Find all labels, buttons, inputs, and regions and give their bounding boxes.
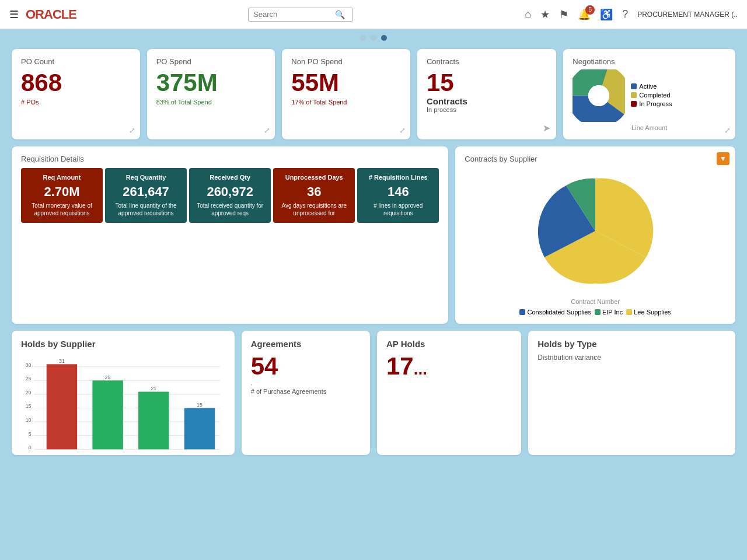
legend-completed: Completed [631, 92, 672, 99]
req-lines-cell: # Requisition Lines 146 # lines in appro… [357, 168, 439, 223]
home-icon[interactable]: ⌂ [525, 8, 531, 20]
bar-4-label: 15 [197, 402, 203, 408]
header-center: 🔍 [76, 8, 525, 22]
consolidated-label: Consolidated Supplies [527, 309, 591, 316]
bar-1-label: 31 [59, 358, 65, 364]
bar-2 [92, 380, 123, 449]
notifications-icon[interactable]: 🔔 5 [578, 8, 591, 21]
non-po-spend-card: Non PO Spend 55M 17% of Total Spend ⤢ [282, 49, 410, 139]
consolidated-dot [519, 309, 525, 315]
dots-navigation [0, 29, 747, 43]
agreements-subtitle: # of Purchase Agreements [251, 388, 361, 395]
holds-bar-svg: 0 5 10 15 20 25 30 3 [21, 354, 225, 459]
lee-label: Lee Supplies [634, 309, 671, 316]
requisition-title: Requisition Details [21, 155, 439, 163]
accessibility-icon[interactable]: ♿ [600, 8, 613, 21]
expand-icon-4[interactable]: ⤢ [724, 126, 731, 135]
po-spend-subtitle: 83% of Total Spend [156, 99, 266, 106]
agreements-card: Agreements 54 · # of Purchase Agreements [242, 331, 370, 455]
contracts-pie-svg [531, 173, 659, 289]
help-icon[interactable]: ? [622, 8, 628, 20]
unprocessed-days-value: 36 [278, 184, 350, 200]
legend-active: Active [631, 83, 672, 90]
contracts-value: 15 [427, 69, 547, 96]
arrow-icon[interactable]: ➤ [543, 123, 550, 134]
po-count-value: 868 [21, 69, 131, 96]
notification-badge: 5 [585, 5, 595, 15]
req-quantity-value: 261,647 [110, 184, 182, 200]
req-amount-desc: Total monetary value of approved requisi… [26, 202, 98, 217]
lee-dot [626, 309, 632, 315]
y-label-10: 10 [26, 417, 32, 423]
dashboard: PO Count 868 # POs ⤢ PO Spend 375M 83% o… [0, 43, 747, 461]
ap-holds-card: AP Holds 17... [377, 331, 521, 455]
completed-label: Completed [639, 92, 670, 99]
non-po-spend-subtitle: 17% of Total Spend [291, 99, 401, 106]
search-icon[interactable]: 🔍 [335, 10, 345, 19]
eip-dot [595, 309, 601, 315]
unprocessed-days-desc: Avg days requisitions are unprocessed fo… [278, 202, 350, 217]
favorites-icon[interactable]: ★ [540, 8, 550, 21]
po-count-subtitle: # POs [21, 99, 131, 106]
received-qty-header: Received Qty [194, 174, 266, 181]
req-quantity-header: Req Quantity [110, 174, 182, 181]
contracts-sub: In process [427, 106, 547, 113]
contracts-label: Contracts [427, 96, 547, 106]
y-label-30: 30 [26, 362, 32, 368]
received-qty-value: 260,972 [194, 184, 266, 200]
requisition-card: Requisition Details Req Amount 2.70M Tot… [12, 146, 448, 324]
non-po-spend-value: 55M [291, 69, 401, 96]
header-icons: ⌂ ★ ⚑ 🔔 5 ♿ ? PROCUREMENT MANAGER (.. [525, 8, 738, 21]
dot-3[interactable] [381, 35, 387, 41]
active-label: Active [639, 83, 657, 90]
unprocessed-days-header: Unprocessed Days [278, 174, 350, 181]
holds-by-type-card: Holds by Type Distribution variance [528, 331, 735, 455]
negotiations-chart-area: Active Completed In Progress [573, 69, 726, 122]
po-spend-card: PO Spend 375M 83% of Total Spend ⤢ [147, 49, 275, 139]
po-count-card: PO Count 868 # POs ⤢ [12, 49, 140, 139]
dot-2[interactable] [371, 35, 376, 41]
req-amount-value: 2.70M [26, 184, 98, 200]
expand-icon-3[interactable]: ⤢ [399, 126, 406, 135]
po-count-title: PO Count [21, 57, 131, 66]
req-quantity-desc: Total line quantity of the approved requ… [110, 202, 182, 217]
bar-3 [138, 392, 169, 450]
req-lines-header: # Requisition Lines [362, 174, 434, 181]
contracts-by-supplier-card: Contracts by Supplier ▼ Contract Number [455, 146, 735, 324]
header: ☰ ORACLE 🔍 ⌂ ★ ⚑ 🔔 5 ♿ ? PROCUREMENT MAN… [0, 0, 747, 29]
expand-icon[interactable]: ⤢ [129, 126, 135, 135]
po-spend-title: PO Spend [156, 57, 266, 66]
eip-legend: EIP Inc [595, 309, 623, 316]
bar-2-label: 25 [105, 374, 111, 380]
completed-dot [631, 92, 637, 98]
user-label[interactable]: PROCUREMENT MANAGER (.. [637, 10, 738, 19]
expand-icon-2[interactable]: ⤢ [264, 126, 270, 135]
contracts-card: Contracts 15 Contracts In process ➤ [417, 49, 556, 139]
eip-label: EIP Inc [602, 309, 623, 316]
req-amount-cell: Req Amount 2.70M Total monetary value of… [21, 168, 103, 223]
y-label-0: 0 [29, 444, 32, 450]
menu-icon[interactable]: ☰ [9, 8, 19, 21]
search-input[interactable] [253, 10, 335, 19]
ap-holds-title: AP Holds [386, 339, 512, 349]
kpi-row: PO Count 868 # POs ⤢ PO Spend 375M 83% o… [12, 49, 735, 139]
non-po-spend-title: Non PO Spend [291, 57, 401, 66]
contracts-title: Contracts [427, 57, 547, 66]
flag-icon[interactable]: ⚑ [559, 8, 568, 21]
negotiations-legend: Active Completed In Progress [631, 83, 672, 109]
dot-1[interactable] [360, 35, 366, 41]
holds-by-type-title: Holds by Type [537, 339, 726, 349]
received-qty-cell: Received Qty 260,972 Total received quan… [189, 168, 271, 223]
y-label-5: 5 [29, 431, 32, 437]
y-label-15: 15 [26, 403, 32, 409]
holds-by-supplier-card: Holds by Supplier 0 5 10 15 20 25 30 [12, 331, 235, 455]
bar-4 [184, 408, 215, 449]
dropdown-button[interactable]: ▼ [717, 152, 729, 165]
req-quantity-cell: Req Quantity 261,647 Total line quantity… [105, 168, 187, 223]
bottom-row: Holds by Supplier 0 5 10 15 20 25 30 [12, 331, 735, 455]
holds-bar-chart: 0 5 10 15 20 25 30 3 [21, 354, 225, 447]
agreements-value: 54 [251, 352, 361, 380]
y-label-20: 20 [26, 390, 32, 396]
distribution-variance-label: Distribution variance [537, 354, 726, 362]
unprocessed-days-cell: Unprocessed Days 36 Avg days requisition… [273, 168, 355, 223]
